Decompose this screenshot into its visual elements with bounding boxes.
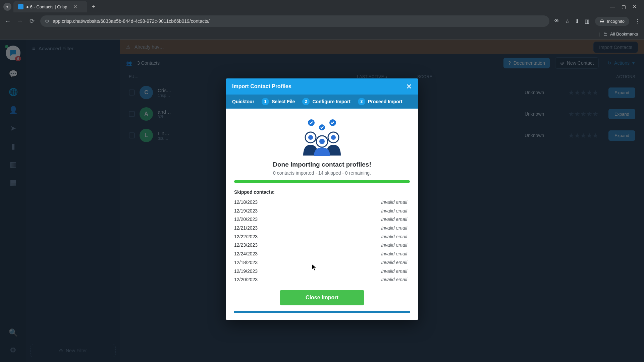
svg-point-4 [308,135,313,140]
download-icon[interactable]: ⬇ [575,18,579,24]
skipped-list[interactable]: 12/18/2023Invalid email12/19/2023Invalid… [234,198,410,283]
folder-icon: 🗀 [603,32,607,37]
step-label: Configure Import [312,99,351,104]
skipped-reason: Invalid email [381,233,407,241]
right-toolbar: 👁 ☆ ⬇ ▥ 🕶 Incognito ⋮ [554,17,640,26]
panel-icon[interactable]: ▥ [585,18,590,24]
step-select-file[interactable]: 1 Select File [262,98,295,105]
tab-search-icon[interactable]: ▾ [3,3,11,11]
window-controls: — ▢ ✕ [610,4,641,9]
progress-bar [234,180,410,183]
eye-off-icon[interactable]: 👁 [554,18,559,24]
incognito-badge[interactable]: 🕶 Incognito [595,17,629,26]
tab-bar: ▾ ● 6 - Contacts | Crisp ✕ + — ▢ ✕ [0,0,644,13]
modal-header: Import Contact Profiles ✕ [226,78,418,95]
skipped-reason: Invalid email [381,276,407,283]
menu-icon[interactable]: ⋮ [635,18,640,24]
skipped-row: 12/20/2023Invalid email [234,276,407,283]
incognito-icon: 🕶 [600,19,604,24]
bookmarks-bar: | 🗀 All Bookmarks [0,29,644,40]
skipped-date: 12/19/2023 [234,207,258,215]
svg-point-8 [319,139,325,144]
modal-footer-strip [234,311,410,313]
favicon-icon [18,4,23,9]
skipped-reason: Invalid email [381,207,407,215]
skipped-date: 12/22/2023 [234,233,258,241]
url-text: app.crisp.chat/website/6833ae5b-844d-4c9… [53,18,210,24]
skipped-reason: Invalid email [381,259,407,266]
step-number: 2 [302,98,310,105]
svg-point-6 [331,135,336,140]
skipped-date: 12/24/2023 [234,250,258,258]
skipped-date: 12/23/2023 [234,242,258,249]
skipped-row: 12/23/2023Invalid email [234,241,407,250]
step-configure-import[interactable]: 2 Configure Import [302,98,351,105]
quicktour-link[interactable]: Quicktour [232,99,254,104]
done-heading: Done importing contact profiles! [234,161,410,168]
close-window-icon[interactable]: ✕ [633,4,637,9]
skipped-row: 12/24/2023Invalid email [234,250,407,258]
skipped-reason: Invalid email [381,199,407,206]
incognito-label: Incognito [607,19,625,24]
star-icon[interactable]: ☆ [565,18,570,24]
import-modal: Import Contact Profiles ✕ Quicktour 1 Se… [226,78,418,320]
skipped-reason: Invalid email [381,216,407,223]
close-modal-icon[interactable]: ✕ [406,82,412,90]
step-label: Proceed Import [368,99,402,104]
skipped-date: 12/21/2023 [234,225,258,232]
skipped-row: 12/18/2023Invalid email [234,258,407,267]
close-import-button[interactable]: Close Import [280,290,364,305]
back-icon[interactable]: ← [4,18,11,25]
step-proceed-import[interactable]: 3 Proceed Import [358,98,402,105]
skipped-row: 12/19/2023Invalid email [234,267,407,276]
step-number: 3 [358,98,365,105]
skipped-row: 12/20/2023Invalid email [234,215,407,224]
skipped-date: 12/20/2023 [234,276,258,283]
modal-title: Import Contact Profiles [232,83,291,89]
skipped-row: 12/22/2023Invalid email [234,233,407,241]
import-success-illustration [234,116,410,156]
skipped-date: 12/20/2023 [234,216,258,223]
maximize-icon[interactable]: ▢ [622,4,626,9]
new-tab-button[interactable]: + [89,3,98,10]
skipped-reason: Invalid email [381,250,407,258]
site-settings-icon[interactable]: ⚙ [45,18,49,24]
modal-body: Done importing contact profiles! 0 conta… [226,109,418,320]
step-number: 1 [262,98,269,105]
skipped-date: 12/19/2023 [234,268,258,275]
skipped-row: 12/18/2023Invalid email [234,198,407,207]
skipped-date: 12/18/2023 [234,199,258,206]
skipped-reason: Invalid email [381,268,407,275]
app-shell: 6 💬 🌐 👤 ➤ ▮ ▥ ▦ 🔍 ⚙ ≡ Advanced Filter ⊕ … [0,40,644,362]
skipped-reason: Invalid email [381,225,407,232]
tab-title: ● 6 - Contacts | Crisp [26,4,67,9]
browser-tab[interactable]: ● 6 - Contacts | Crisp ✕ [13,1,87,12]
address-bar[interactable]: ⚙ app.crisp.chat/website/6833ae5b-844d-4… [40,15,549,27]
skipped-heading: Skipped contacts: [234,189,410,195]
reload-icon[interactable]: ⟳ [28,17,36,25]
minimize-icon[interactable]: — [610,4,615,9]
skipped-date: 12/18/2023 [234,259,258,266]
close-import-label: Close Import [306,295,338,300]
step-label: Select File [272,99,295,104]
close-tab-icon[interactable]: ✕ [73,4,77,10]
all-bookmarks[interactable]: All Bookmarks [610,32,638,37]
browser-chrome: ▾ ● 6 - Contacts | Crisp ✕ + — ▢ ✕ ← → ⟳… [0,0,644,40]
wizard-steps: Quicktour 1 Select File 2 Configure Impo… [226,95,418,109]
toolbar-row: ← → ⟳ ⚙ app.crisp.chat/website/6833ae5b-… [0,13,644,29]
forward-icon[interactable]: → [16,18,23,25]
skipped-row: 12/19/2023Invalid email [234,207,407,216]
done-subtext: 0 contacts imported - 14 skipped - 0 rem… [234,170,410,176]
skipped-reason: Invalid email [381,242,407,249]
skipped-row: 12/21/2023Invalid email [234,224,407,233]
